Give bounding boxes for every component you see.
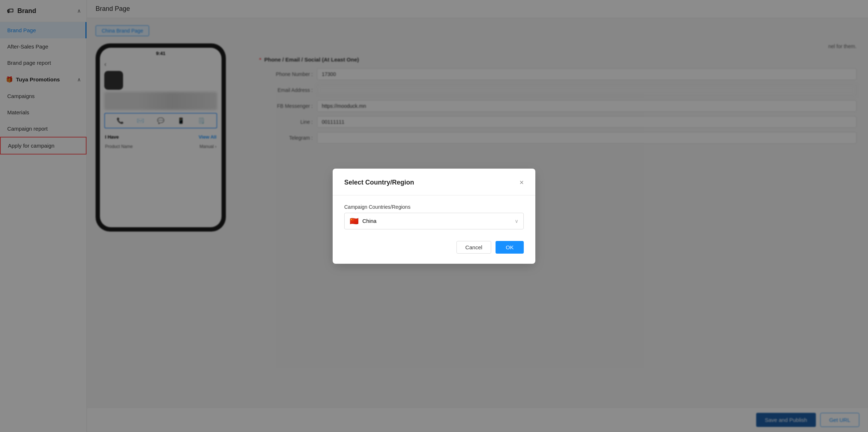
modal-cancel-button[interactable]: Cancel [456,241,492,254]
china-flag-icon: 🇨🇳 [350,217,359,225]
modal-footer: Cancel OK [344,241,524,254]
select-chevron-icon: ∨ [515,218,518,224]
selected-country-label: China [362,218,376,224]
modal-overlay[interactable]: Select Country/Region × Campaign Countri… [0,0,868,432]
modal-divider [333,195,535,195]
select-country-modal: Select Country/Region × Campaign Countri… [333,169,535,264]
modal-title: Select Country/Region [344,179,414,186]
modal-ok-button[interactable]: OK [496,241,524,254]
modal-header: Select Country/Region × [344,179,524,186]
modal-campaign-label: Campaign Countries/Regions [344,204,524,210]
modal-close-button[interactable]: × [519,179,524,186]
country-select[interactable]: 🇨🇳 China ∨ [344,213,524,229]
